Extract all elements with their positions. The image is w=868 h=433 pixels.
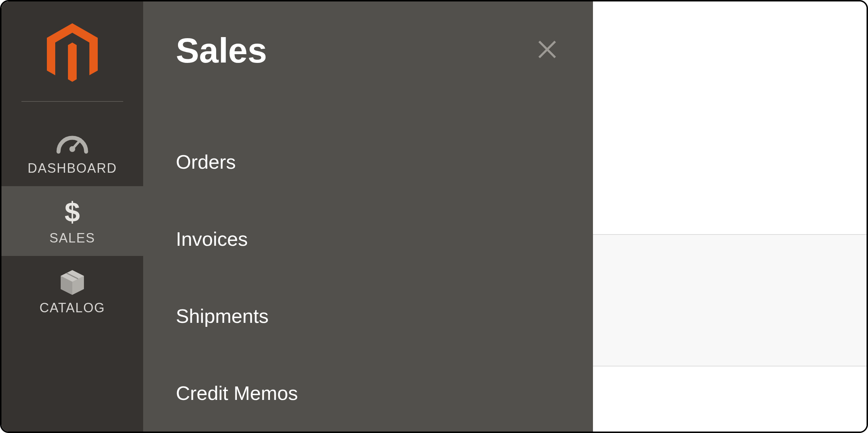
dashboard-icon xyxy=(56,130,89,156)
magento-logo-icon xyxy=(45,23,100,87)
svg-line-1 xyxy=(72,140,81,149)
logo-container[interactable] xyxy=(1,1,143,101)
flyout-item-orders[interactable]: Orders xyxy=(176,151,568,173)
content-row xyxy=(593,366,867,433)
flyout-item-credit-memos[interactable]: Credit Memos xyxy=(176,382,568,404)
sidebar-item-dashboard[interactable]: DASHBOARD xyxy=(1,116,143,186)
flyout-header: Sales xyxy=(176,31,568,71)
sidebar-divider xyxy=(21,101,123,102)
sidebar-item-catalog[interactable]: CATALOG xyxy=(1,256,143,326)
sidebar-item-label: CATALOG xyxy=(40,300,105,316)
sidebar-item-label: DASHBOARD xyxy=(28,161,117,176)
flyout-item-shipments[interactable]: Shipments xyxy=(176,305,568,327)
close-flyout-button[interactable] xyxy=(534,36,560,64)
box-icon xyxy=(58,270,87,295)
content-row xyxy=(593,234,867,366)
sidebar-item-label: SALES xyxy=(49,230,95,246)
sales-flyout-panel: Sales Orders Invoices Shipments Credit M… xyxy=(143,1,593,432)
main-content-area xyxy=(593,1,867,432)
svg-text:$: $ xyxy=(65,198,80,227)
admin-sidebar: DASHBOARD $ SALES CATALOG xyxy=(1,1,143,432)
flyout-title: Sales xyxy=(176,31,267,71)
sidebar-item-sales[interactable]: $ SALES xyxy=(1,186,143,256)
close-icon xyxy=(537,55,557,61)
flyout-item-invoices[interactable]: Invoices xyxy=(176,228,568,250)
dollar-icon: $ xyxy=(63,200,81,225)
